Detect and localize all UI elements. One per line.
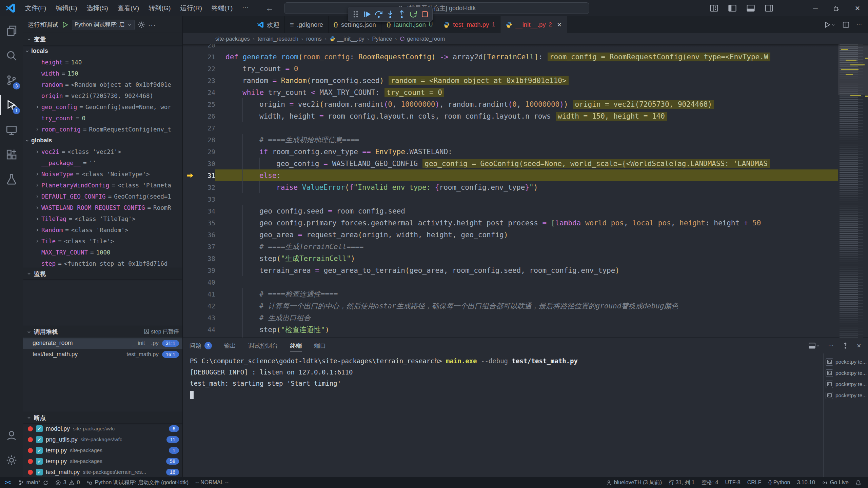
tab-test_math.py[interactable]: test_math.py1 bbox=[438, 16, 500, 33]
breakpoint-checkbox[interactable]: ✓ bbox=[36, 447, 43, 454]
variable-row[interactable]: Random=<class 'Random'> bbox=[23, 224, 182, 236]
menu-item[interactable]: 查看(V) bbox=[113, 2, 144, 15]
activitybar-run-and-debug[interactable]: 1 bbox=[0, 95, 23, 115]
terminal-list-item[interactable]: pocketpy te... bbox=[826, 367, 867, 379]
nav-back-icon[interactable]: ← bbox=[265, 3, 274, 13]
toggle-sidebar-button[interactable] bbox=[726, 1, 739, 15]
editor[interactable]: 2021def generate_room(room_config: RoomR… bbox=[183, 44, 868, 338]
statusbar-encoding[interactable]: UTF-8 bbox=[722, 477, 744, 488]
statusbar-cursor-position[interactable]: 行 31, 列 1 bbox=[665, 477, 698, 488]
variable-row[interactable]: PlanetaryWindConfig=<class 'Planeta bbox=[23, 180, 182, 191]
tab-[interactable]: 欢迎 bbox=[252, 16, 285, 33]
variable-row[interactable]: NoiseType=<class 'NoiseType'> bbox=[23, 168, 182, 180]
variable-row[interactable]: width=150 bbox=[23, 68, 182, 79]
panel-tab-问题[interactable]: 问题3 bbox=[190, 338, 212, 353]
menu-item[interactable]: 终端(T) bbox=[207, 2, 237, 15]
callstack-frame[interactable]: generate_room__init__.py31:1 bbox=[23, 338, 182, 349]
activitybar-settings[interactable] bbox=[0, 450, 23, 470]
statusbar-vim-mode[interactable]: -- NORMAL -- bbox=[192, 477, 232, 488]
panel-tab-输出[interactable]: 输出 bbox=[224, 338, 236, 353]
variable-row[interactable]: Tile=<class 'Tile'> bbox=[23, 236, 182, 247]
variable-row[interactable]: TileTag=<class 'TileTag'> bbox=[23, 213, 182, 224]
code-line-42[interactable]: 42# 计算每一个出口的中心，然后使用astar生成路径，确保每一个出口组合都可… bbox=[183, 300, 838, 312]
code-line-34[interactable]: 34geo_config.seed = room_config.seed bbox=[183, 205, 838, 217]
more-actions-icon[interactable]: ··· bbox=[828, 343, 834, 349]
variable-row[interactable]: random=<Random object at 0x1bf9d01e bbox=[23, 79, 182, 90]
activitybar-testing[interactable] bbox=[0, 169, 23, 189]
variable-row[interactable]: geo_config=GeoConfig(seed=None, wor bbox=[23, 101, 182, 113]
code-line-28[interactable]: 28# ====生成初始地理信息==== bbox=[183, 134, 838, 146]
code-line-33[interactable]: 33 bbox=[183, 193, 838, 205]
activitybar-accounts[interactable] bbox=[0, 426, 23, 445]
breadcrumb-item[interactable]: __init__.py bbox=[330, 36, 364, 42]
code-line-44[interactable]: 44step("检查连通性") bbox=[183, 324, 838, 336]
variable-row[interactable]: locals bbox=[23, 45, 182, 57]
menu-item[interactable]: 转到(G) bbox=[144, 2, 175, 15]
breakpoint-row[interactable]: ✓model.pysite-packages\wfc6 bbox=[23, 423, 182, 434]
code-line-25[interactable]: 25origin = vec2i(random.randint(0, 10000… bbox=[183, 98, 838, 110]
restart-button[interactable] bbox=[408, 8, 419, 20]
breadcrumb-item[interactable]: Pylance bbox=[372, 36, 392, 42]
panel-tab-端口[interactable]: 端口 bbox=[314, 338, 326, 353]
breadcrumb-item[interactable]: site-packages bbox=[215, 36, 250, 42]
panel-tab-终端[interactable]: 终端 bbox=[290, 338, 302, 353]
menu-item[interactable]: 文件(F) bbox=[20, 2, 51, 15]
customize-layout-button[interactable] bbox=[707, 1, 721, 15]
panel-tab-调试控制台[interactable]: 调试控制台 bbox=[248, 338, 278, 353]
variable-row[interactable]: try_count=0 bbox=[23, 113, 182, 124]
restore-button[interactable] bbox=[826, 0, 847, 16]
close-button[interactable]: ✕ bbox=[847, 0, 868, 16]
step-into-button[interactable] bbox=[385, 8, 396, 20]
statusbar-git-blame[interactable]: blueloveTH (3 周前) bbox=[603, 477, 665, 488]
code-line-24[interactable]: 24while try_count < MAX_TRY_COUNT:try_co… bbox=[183, 86, 838, 98]
variable-row[interactable]: DEFAULT_GEO_CONFIG=GeoConfig(seed=1 bbox=[23, 191, 182, 202]
activitybar-extensions[interactable] bbox=[0, 145, 23, 164]
statusbar-python-version[interactable]: 3.10.10 bbox=[793, 477, 818, 488]
breakpoint-row[interactable]: ✓png_utils.pysite-packages\wfc11 bbox=[23, 434, 182, 445]
code-line-20[interactable]: 20 bbox=[183, 44, 838, 51]
panel-layout-button[interactable] bbox=[808, 342, 820, 349]
breakpoint-row[interactable]: ✓test_math.pysite-packages\terrain_res..… bbox=[23, 467, 182, 477]
activitybar-explorer[interactable] bbox=[0, 21, 23, 41]
code-line-31[interactable]: 31else: bbox=[183, 169, 838, 181]
callstack-frame[interactable]: test/test_math.pytest_math.py16:1 bbox=[23, 349, 182, 360]
code-line-45[interactable]: 45exit_combinations: list[tuple[vec2i, v… bbox=[183, 336, 838, 338]
variable-row[interactable]: globals bbox=[23, 135, 182, 146]
code-line-29[interactable]: 29if room_config.env_type == EnvType.WAS… bbox=[183, 146, 838, 158]
statusbar-debug-status[interactable]: Python 调试程序: 启动文件 (godot-ldtk) bbox=[83, 477, 192, 488]
stop-button[interactable] bbox=[419, 8, 430, 20]
code-line-23[interactable]: 23random = Random(room_config.seed)rando… bbox=[183, 75, 838, 86]
variable-row[interactable]: vec2i=<class 'vec2i'> bbox=[23, 146, 182, 157]
toggle-panel-button[interactable] bbox=[744, 1, 757, 15]
terminal-list-item[interactable]: pocketpy te... bbox=[826, 356, 867, 367]
continue-button[interactable] bbox=[362, 8, 373, 20]
toggle-secondary-sidebar-button[interactable] bbox=[762, 1, 776, 15]
statusbar-problems[interactable]: 30 bbox=[52, 477, 83, 488]
variable-row[interactable]: __package__='' bbox=[23, 157, 182, 168]
code-line-37[interactable]: 37# ====生成TerrainCell==== bbox=[183, 241, 838, 252]
debug-config-select[interactable]: Python 调试程序: 启 bbox=[72, 20, 135, 30]
minimize-button[interactable]: ─ bbox=[805, 0, 826, 16]
variable-row[interactable]: origin=vec2i(7205730, 9024468) bbox=[23, 90, 182, 101]
breadcrumb-item[interactable]: generate_room bbox=[400, 36, 445, 42]
code-line-36[interactable]: 36geo_area = request_area(origin, width,… bbox=[183, 229, 838, 241]
more-actions-icon[interactable]: ··· bbox=[856, 22, 862, 28]
code-line-32[interactable]: 32raise ValueError(f"Invalid env type: {… bbox=[183, 181, 838, 193]
breadcrumb-item[interactable]: rooms bbox=[306, 36, 322, 42]
breakpoint-row[interactable]: ✓temp.pysite-packages1 bbox=[23, 445, 182, 456]
code-line-35[interactable]: 35geo_config.primary_forces.geothermal_a… bbox=[183, 217, 838, 229]
code-line-26[interactable]: 26width, height = room_config.layout.n_c… bbox=[183, 110, 838, 122]
code-line-27[interactable]: 27 bbox=[183, 122, 838, 134]
step-over-button[interactable] bbox=[373, 8, 384, 20]
breakpoint-checkbox[interactable]: ✓ bbox=[36, 425, 43, 432]
terminal-list-item[interactable]: pocketpy te... bbox=[826, 379, 867, 390]
terminal-output[interactable]: PS C:\computer_science\godot-ldtk\site-p… bbox=[183, 353, 823, 477]
menu-item[interactable]: 选择(S) bbox=[82, 2, 113, 15]
breakpoint-checkbox[interactable]: ✓ bbox=[36, 458, 43, 465]
step-out-button[interactable] bbox=[396, 8, 407, 20]
command-center-search[interactable]: [扩展开发宿主] godot-ldtk bbox=[284, 2, 589, 14]
statusbar-go-live[interactable]: Go Live bbox=[818, 477, 852, 488]
breakpoint-checkbox[interactable]: ✓ bbox=[36, 469, 43, 475]
menu-item[interactable]: 运行(R) bbox=[176, 2, 207, 15]
menu-item[interactable]: ··· bbox=[237, 2, 253, 15]
